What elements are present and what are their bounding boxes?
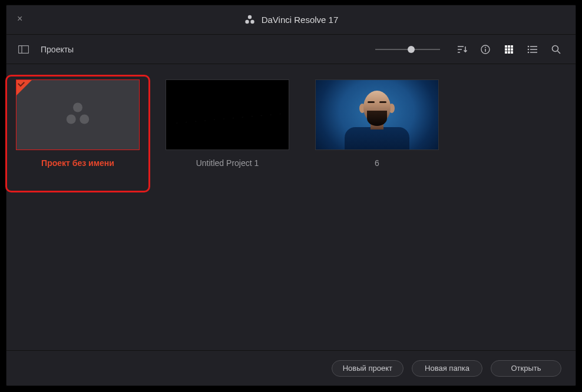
new-folder-button[interactable]: Новая папка <box>412 360 482 377</box>
project-name: Проект без имени <box>41 158 114 168</box>
grid-view-icon[interactable] <box>501 42 517 57</box>
davinci-logo-icon <box>63 100 92 129</box>
svg-rect-12 <box>508 45 510 48</box>
titlebar: × DaVinci Resolve 17 <box>6 5 576 35</box>
project-grid: Проект без имени Untitled Project 1 <box>6 64 576 350</box>
svg-rect-18 <box>508 51 510 54</box>
search-icon[interactable] <box>548 42 564 57</box>
project-name: 6 <box>375 158 379 168</box>
thumbnail-preview <box>172 114 282 124</box>
list-view-icon[interactable] <box>525 42 540 57</box>
project-item[interactable]: 6 <box>310 79 444 168</box>
current-project-badge-icon <box>16 80 32 95</box>
window-title: DaVinci Resolve 17 <box>244 14 339 26</box>
breadcrumb[interactable]: Проекты <box>41 45 74 54</box>
svg-rect-16 <box>511 48 513 51</box>
svg-rect-14 <box>505 48 507 51</box>
svg-point-9 <box>485 46 486 48</box>
svg-rect-15 <box>508 48 510 51</box>
svg-rect-13 <box>511 45 513 48</box>
project-manager-window: × DaVinci Resolve 17 Проекты <box>6 5 576 386</box>
svg-point-28 <box>73 103 82 112</box>
svg-point-30 <box>80 115 89 124</box>
svg-point-24 <box>528 51 530 53</box>
svg-point-1 <box>245 19 249 23</box>
davinci-logo-icon <box>244 14 256 26</box>
info-icon[interactable] <box>478 42 493 57</box>
svg-point-20 <box>528 45 530 47</box>
sidebar-toggle-icon[interactable] <box>18 44 29 55</box>
svg-point-29 <box>67 115 76 124</box>
footer: Новый проект Новая папка Открыть <box>6 350 576 386</box>
project-name: Untitled Project 1 <box>196 158 259 168</box>
svg-rect-17 <box>505 51 507 54</box>
svg-line-27 <box>558 51 561 54</box>
project-thumbnail[interactable] <box>16 79 140 150</box>
svg-point-26 <box>553 45 558 51</box>
svg-point-2 <box>250 19 254 23</box>
svg-rect-19 <box>511 51 513 54</box>
svg-rect-3 <box>19 45 29 53</box>
svg-point-22 <box>528 48 530 50</box>
svg-rect-11 <box>505 45 507 48</box>
thumbnail-size-slider[interactable] <box>375 44 440 55</box>
open-button[interactable]: Открыть <box>491 360 561 377</box>
thumbnail-preview <box>316 80 438 150</box>
project-item[interactable]: Проект без имени <box>11 79 144 168</box>
svg-point-0 <box>247 15 251 18</box>
window-title-text: DaVinci Resolve 17 <box>262 15 339 25</box>
project-thumbnail[interactable] <box>166 79 289 150</box>
new-project-button[interactable]: Новый проект <box>332 360 404 377</box>
project-thumbnail[interactable] <box>315 79 439 150</box>
project-item[interactable]: Untitled Project 1 <box>161 79 294 168</box>
close-icon[interactable]: × <box>17 14 22 24</box>
sort-icon[interactable] <box>454 42 469 57</box>
toolbar: Проекты <box>6 35 576 64</box>
